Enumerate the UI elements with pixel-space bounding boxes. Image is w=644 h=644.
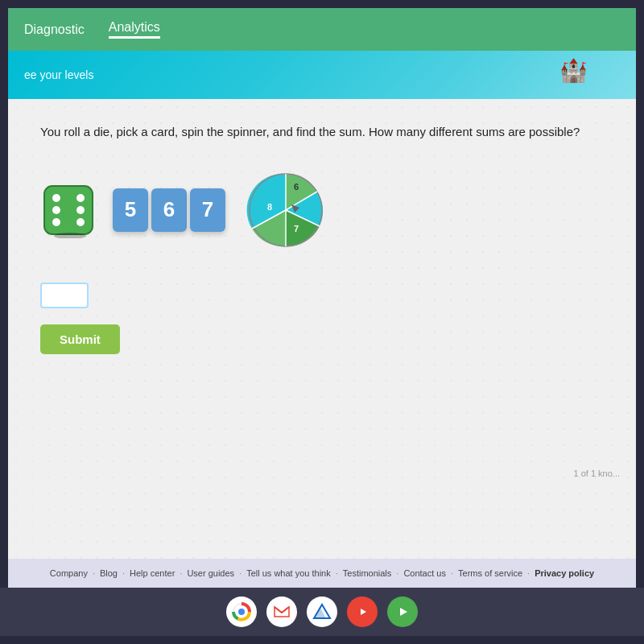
svg-point-5	[76, 206, 85, 214]
chrome-icon[interactable]	[226, 597, 257, 627]
drive-icon[interactable]	[307, 597, 337, 627]
card-6: 6	[151, 188, 187, 232]
banner: ee your levels 🏰	[8, 51, 636, 99]
spinner: 6 8 7	[242, 166, 330, 254]
nav-item-analytics[interactable]: Analytics	[109, 20, 160, 39]
play-store-icon[interactable]	[387, 597, 418, 627]
nav-item-diagnostic[interactable]: Diagnostic	[24, 23, 85, 37]
footer-help[interactable]: Help center	[130, 568, 175, 578]
svg-text:7: 7	[294, 224, 299, 233]
svg-point-6	[52, 218, 60, 226]
screen: Diagnostic Analytics ee your levels 🏰 Yo…	[8, 8, 636, 588]
question-text: You roll a die, pick a card, spin the sp…	[40, 123, 588, 142]
content-area: You roll a die, pick a card, spin the sp…	[8, 99, 636, 559]
footer-guides[interactable]: User guides	[187, 568, 234, 578]
elements-row: 5 6 7	[40, 166, 604, 254]
footer-privacy[interactable]: Privacy policy	[535, 568, 594, 578]
footer-contact[interactable]: Contact us	[403, 568, 446, 578]
svg-text:6: 6	[294, 182, 299, 192]
svg-point-20	[238, 609, 245, 615]
answer-section	[40, 283, 604, 308]
dice	[40, 182, 97, 238]
svg-text:8: 8	[267, 202, 272, 212]
card-5: 5	[113, 188, 148, 232]
svg-rect-0	[44, 186, 93, 234]
castle-icon: 🏰	[559, 57, 588, 84]
taskbar	[0, 588, 644, 636]
answer-input[interactable]	[40, 283, 89, 308]
submit-button[interactable]: Submit	[40, 324, 120, 354]
youtube-icon[interactable]	[347, 597, 378, 627]
nav-bar: Diagnostic Analytics	[8, 8, 636, 51]
card-7: 7	[190, 188, 225, 232]
banner-text: ee your levels	[24, 68, 93, 81]
footer-terms[interactable]: Terms of service	[458, 568, 522, 578]
number-cards: 5 6 7	[113, 188, 225, 232]
hint-text: 1 of 1 kno...	[574, 469, 620, 478]
svg-point-2	[52, 194, 60, 202]
footer-feedback[interactable]: Tell us what you think	[246, 568, 331, 578]
footer-company[interactable]: Company	[50, 568, 88, 578]
footer-blog[interactable]: Blog	[100, 568, 118, 578]
footer-links: Company · Blog · Help center · User guid…	[8, 559, 636, 588]
svg-point-7	[76, 218, 85, 226]
monitor: Diagnostic Analytics ee your levels 🏰 Yo…	[0, 0, 644, 644]
svg-point-4	[52, 206, 60, 214]
footer-testimonials[interactable]: Testimonials	[343, 568, 392, 578]
svg-point-3	[76, 194, 85, 202]
gmail-icon[interactable]	[266, 597, 297, 627]
